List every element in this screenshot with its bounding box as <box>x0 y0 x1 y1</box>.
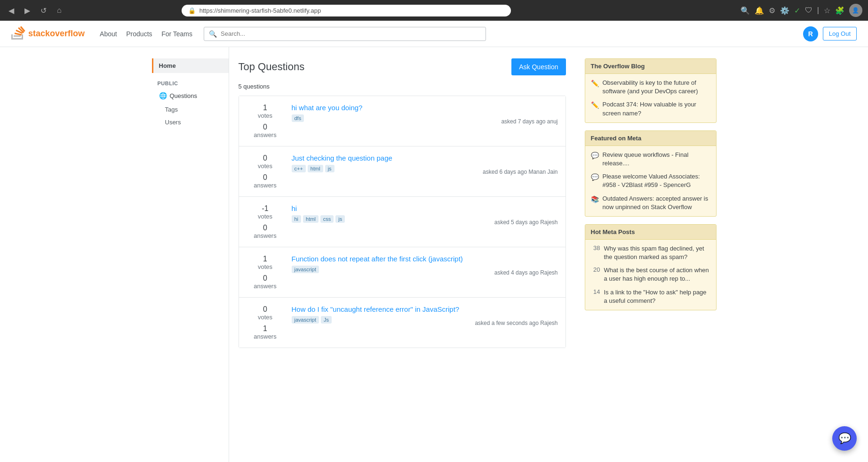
answers-stat: 0 answers <box>254 274 276 290</box>
question-list: 1 votes 0 answers hi what are you doing?… <box>239 96 566 348</box>
sidebar-item-home[interactable]: Home <box>152 58 229 73</box>
back-button[interactable]: ◀ <box>6 4 17 17</box>
sidebar-home-label: Home <box>159 62 176 69</box>
answers-label: answers <box>254 232 276 239</box>
bell-icon[interactable]: 🔔 <box>755 6 764 15</box>
meta-item: 💬 Review queue workflows - Final release… <box>591 151 710 168</box>
extension2-icon[interactable]: 🧩 <box>835 6 844 15</box>
chat-button[interactable]: 💬 <box>832 426 857 451</box>
votes-count: -1 <box>262 204 268 213</box>
sidebar-item-users[interactable]: Users <box>152 116 229 129</box>
hot-meta-item: 14 Is a link to the "How to ask" help pa… <box>591 288 710 305</box>
reload-button[interactable]: ↺ <box>38 4 49 17</box>
meta-item: 📚 Outdated Answers: accepted answer is n… <box>591 195 710 211</box>
grammarly-icon[interactable]: ✓ <box>794 6 800 15</box>
meta-text[interactable]: Review queue workflows - Final release..… <box>603 151 710 168</box>
answers-stat: 0 answers <box>254 224 276 239</box>
votes-count: 1 <box>263 104 267 112</box>
votes-stat: 0 votes <box>258 305 272 321</box>
user-avatar-browser[interactable]: 👤 <box>849 4 862 17</box>
translate-icon[interactable]: ⚙ <box>769 6 775 15</box>
tag[interactable]: js <box>335 215 345 223</box>
site-header: stackoverflow About Products For Teams 🔍… <box>0 21 868 47</box>
meta-text[interactable]: Outdated Answers: accepted answer is now… <box>603 195 710 211</box>
url-bar[interactable]: 🔒 https://shimmering-starfish-5abfe0.net… <box>182 5 511 16</box>
hot-meta-title: Hot Meta Posts <box>585 225 716 240</box>
right-sidebar: The Overflow Blog ✏️ Observability is ke… <box>575 47 717 462</box>
answers-count: 0 <box>263 173 267 182</box>
question-meta-row: hihtmlcssjs asked 5 days ago Rajesh <box>292 215 558 226</box>
main-content: Top Questions Ask Question 5 questions 1… <box>229 47 575 462</box>
home-button[interactable]: ⌂ <box>54 4 64 16</box>
logo[interactable]: stackoverflow <box>11 25 85 43</box>
featured-meta-body: 💬 Review queue workflows - Final release… <box>585 146 716 216</box>
tag[interactable]: javascript <box>292 316 319 324</box>
hot-meta-text[interactable]: Is a link to the "How to ask" help page … <box>604 288 710 305</box>
votes-label: votes <box>258 263 272 270</box>
answers-count: 0 <box>263 224 267 232</box>
tag[interactable]: js <box>325 165 334 172</box>
nav-products[interactable]: Products <box>122 27 156 41</box>
search-extension-icon[interactable]: 🔍 <box>741 6 750 15</box>
question-title[interactable]: hi <box>292 204 558 212</box>
nav-for-teams[interactable]: For Teams <box>158 27 196 41</box>
votes-label: votes <box>258 162 272 170</box>
meta-icon: 💬 <box>591 173 599 181</box>
main-layout: Home PUBLIC 🌐 Questions Tags Users Top Q… <box>152 47 717 462</box>
nav-about[interactable]: About <box>96 27 121 41</box>
shield-icon[interactable]: 🛡 <box>805 6 812 15</box>
blog-icon: ✏️ <box>591 101 599 109</box>
extensions-icon[interactable]: ⚙️ <box>780 6 789 15</box>
question-item: -1 votes 0 answers hi hihtmlcssjs asked … <box>239 197 565 247</box>
tag[interactable]: css <box>320 215 334 223</box>
question-title[interactable]: Function does not repeat after the first… <box>292 255 558 263</box>
sidebar-questions-label: Questions <box>170 92 198 99</box>
question-body: Function does not repeat after the first… <box>292 255 558 276</box>
question-meta: asked a few seconds ago Rajesh <box>475 320 557 326</box>
bookmark-icon[interactable]: ☆ <box>824 6 830 15</box>
overflow-blog-body: ✏️ Observability is key to the future of… <box>585 74 716 122</box>
question-meta: asked 4 days ago Rajesh <box>494 269 558 276</box>
tag[interactable]: Js <box>321 316 332 324</box>
ask-question-button[interactable]: Ask Question <box>511 58 565 75</box>
question-title[interactable]: Just checking the question page <box>292 154 558 162</box>
user-avatar-button[interactable]: R <box>803 26 818 41</box>
search-bar[interactable]: 🔍 <box>204 27 486 41</box>
chat-icon: 💬 <box>838 432 851 445</box>
sidebar-section-public: PUBLIC <box>152 73 229 88</box>
hot-meta-text[interactable]: What is the best course of action when a… <box>604 266 710 283</box>
blog-text[interactable]: Observability is key to the future of so… <box>603 79 710 96</box>
meta-icon: 📚 <box>591 195 599 203</box>
questions-count: 5 questions <box>239 83 566 90</box>
tag[interactable]: html <box>308 165 323 172</box>
question-stats: 0 votes 1 answers <box>247 305 284 340</box>
blog-text[interactable]: Podcast 374: How valuable is your screen… <box>603 100 710 117</box>
question-stats: -1 votes 0 answers <box>247 204 284 239</box>
answers-count: 0 <box>263 123 267 131</box>
logout-button[interactable]: Log Out <box>823 27 857 41</box>
question-body: Just checking the question page c++htmlj… <box>292 154 558 175</box>
question-title[interactable]: How do I fix "uncaught reference error" … <box>292 305 558 313</box>
hot-meta-num: 38 <box>591 244 600 251</box>
tags-row: javascript <box>292 266 319 273</box>
answers-stat: 0 answers <box>254 123 276 138</box>
answers-label: answers <box>254 283 276 290</box>
sidebar-item-tags[interactable]: Tags <box>152 103 229 116</box>
tag[interactable]: hi <box>292 215 302 223</box>
blog-item: ✏️ Observability is key to the future of… <box>591 79 710 96</box>
meta-text[interactable]: Please welcome Valued Associates: #958 -… <box>603 172 710 189</box>
tag[interactable]: c++ <box>292 165 306 172</box>
answers-stat: 1 answers <box>254 324 276 340</box>
tag[interactable]: javascript <box>292 266 319 273</box>
answers-count: 1 <box>263 324 267 333</box>
tag[interactable]: dfs <box>292 114 304 122</box>
answers-count: 0 <box>263 274 267 283</box>
main-nav: About Products For Teams <box>96 30 196 38</box>
question-title[interactable]: hi what are you doing? <box>292 104 558 112</box>
hot-meta-text[interactable]: Why was this spam flag declined, yet the… <box>604 244 710 261</box>
search-input[interactable] <box>221 30 481 37</box>
tag[interactable]: html <box>303 215 319 223</box>
sidebar-item-questions[interactable]: 🌐 Questions <box>152 88 229 103</box>
forward-button[interactable]: ▶ <box>22 4 33 17</box>
hot-meta-box: Hot Meta Posts 38 Why was this spam flag… <box>585 224 717 310</box>
